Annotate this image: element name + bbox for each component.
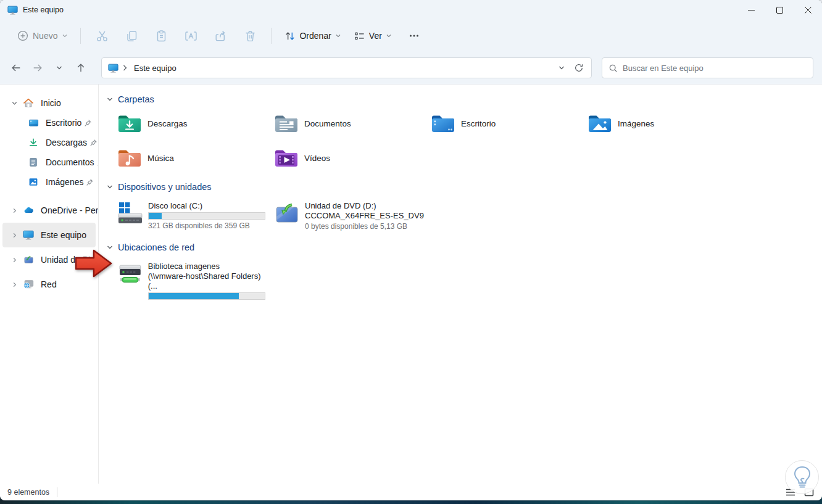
folder-label: Descargas [147, 119, 188, 128]
chevron-down-icon[interactable] [9, 100, 20, 107]
view-button[interactable]: Ver [347, 25, 398, 47]
drive-name: Unidad de DVD (D:) [305, 200, 424, 211]
folder-tile-escritorio[interactable]: Escritorio [430, 110, 586, 136]
new-button[interactable]: Nuevo [11, 26, 74, 46]
cut-button[interactable] [89, 25, 114, 47]
sidebar-item-escritorio[interactable]: Escritorio [2, 113, 96, 133]
this-pc-icon [108, 63, 118, 73]
sidebar-item-label: Inicio [41, 98, 61, 108]
sidebar-item-imagenes[interactable]: Imágenes [2, 172, 96, 192]
desktop-folder-icon [431, 113, 455, 134]
toolbar-separator [80, 28, 81, 44]
up-button[interactable] [71, 59, 90, 78]
sort-button[interactable]: Ordenar [278, 25, 347, 47]
home-icon [22, 97, 35, 109]
folder-tile-videos[interactable]: Vídeos [273, 145, 430, 171]
sidebar-item-este-equipo[interactable]: Este equipo [2, 223, 96, 247]
sidebar-item-label: OneDrive - Personal [41, 205, 99, 215]
sidebar-item-label: Este equipo [41, 230, 86, 240]
paste-button[interactable] [149, 25, 173, 47]
file-list-area: Carpetas Descargas Documentos Escritorio [99, 85, 822, 484]
sidebar-item-descargas[interactable]: Descargas [2, 133, 96, 152]
network-drive-icon [117, 261, 143, 289]
download-icon [27, 138, 39, 147]
folder-tile-descargas[interactable]: Descargas [116, 110, 273, 136]
command-bar: Nuevo Ordenar Ver [0, 20, 822, 52]
arrow-up-icon [75, 62, 86, 73]
chevron-right-icon[interactable] [9, 232, 20, 239]
drive-subtitle: CCCOMA_X64FRE_ES-ES_DV9 [305, 211, 424, 221]
section-header-dispositivos[interactable]: Dispositivos y unidades [106, 178, 822, 196]
forward-button[interactable] [28, 59, 47, 78]
search-input[interactable] [623, 64, 807, 73]
section-title: Ubicaciones de red [118, 242, 194, 252]
breadcrumb[interactable]: Este equipo [131, 62, 179, 74]
file-explorer-window: Este equipo Nuevo [0, 0, 822, 500]
maximize-button[interactable] [765, 0, 794, 20]
close-button[interactable] [794, 0, 822, 20]
sidebar-item-label: Imágenes [46, 177, 83, 187]
pin-icon [86, 178, 94, 186]
share-icon [214, 30, 227, 43]
copy-button[interactable] [119, 25, 144, 47]
pin-icon [89, 139, 98, 147]
rename-icon [185, 30, 197, 43]
more-options-button[interactable] [401, 25, 428, 47]
sidebar-item-label: Red [41, 279, 57, 289]
new-button-label: Nuevo [33, 31, 57, 41]
dvd-drive-icon [274, 200, 300, 226]
search-box[interactable] [602, 57, 813, 78]
sidebar-item-label: Descargas [46, 138, 87, 147]
minimize-button[interactable] [737, 0, 765, 20]
section-header-ubicaciones[interactable]: Ubicaciones de red [106, 239, 822, 256]
recent-locations-button[interactable] [49, 59, 68, 78]
copy-icon [125, 30, 138, 43]
sidebar-item-documentos[interactable]: Documentos [2, 152, 96, 172]
arrow-right-icon [32, 62, 43, 73]
solvetic-lightbulb-watermark [785, 460, 819, 494]
rename-button[interactable] [178, 25, 203, 47]
network-share-name: Biblioteca imagenes [148, 261, 272, 271]
videos-folder-icon [274, 147, 299, 168]
folder-tile-imagenes[interactable]: Imágenes [586, 110, 743, 136]
folder-tile-documentos[interactable]: Documentos [273, 110, 430, 136]
dvd-drive-icon [22, 255, 35, 265]
back-button[interactable] [6, 59, 25, 78]
section-title: Dispositivos y unidades [118, 182, 212, 192]
navigation-pane: Inicio Escritorio Descargas [0, 85, 99, 484]
music-folder-icon [117, 147, 142, 168]
chevron-right-icon[interactable] [9, 207, 20, 214]
chevron-down-icon[interactable] [106, 96, 114, 103]
share-button[interactable] [208, 25, 233, 47]
window-title: Este equipo [23, 6, 64, 14]
annotation-arrow [75, 248, 112, 279]
pictures-folder-icon [587, 113, 612, 134]
pictures-icon [27, 177, 39, 187]
titlebar: Este equipo [0, 0, 822, 20]
folder-label: Vídeos [304, 154, 330, 163]
drive-tile-disco-local[interactable]: Disco local (C:) 321 GB disponibles de 3… [116, 199, 273, 233]
address-bar[interactable]: Este equipo [101, 57, 592, 78]
refresh-icon[interactable] [574, 63, 584, 73]
network-grid: Biblioteca imagenes (\\vmware-host\Share… [116, 260, 822, 302]
section-title: Carpetas [118, 94, 154, 104]
chevron-down-icon [56, 64, 63, 72]
folder-tile-musica[interactable]: Música [116, 145, 273, 171]
drive-tile-dvd[interactable]: Unidad de DVD (D:) CCCOMA_X64FRE_ES-ES_D… [273, 199, 430, 233]
statusbar-divider [57, 487, 57, 497]
drive-name: Disco local (C:) [148, 200, 265, 211]
scissors-icon [96, 30, 109, 43]
sidebar-item-onedrive[interactable]: OneDrive - Personal [2, 198, 96, 223]
network-usage-bar [148, 292, 265, 300]
chevron-right-icon[interactable] [9, 257, 20, 263]
sidebar-item-inicio[interactable]: Inicio [2, 93, 96, 113]
network-drive-tile[interactable]: Biblioteca imagenes (\\vmware-host\Share… [116, 260, 273, 302]
view-button-label: Ver [369, 31, 382, 41]
chevron-right-icon[interactable] [9, 281, 20, 288]
breadcrumb-chevron-icon [122, 64, 128, 72]
section-header-carpetas[interactable]: Carpetas [106, 91, 822, 108]
chevron-down-icon[interactable] [106, 183, 114, 191]
delete-button[interactable] [238, 25, 262, 47]
address-dropdown-icon[interactable] [558, 64, 565, 72]
sort-icon [284, 30, 296, 42]
